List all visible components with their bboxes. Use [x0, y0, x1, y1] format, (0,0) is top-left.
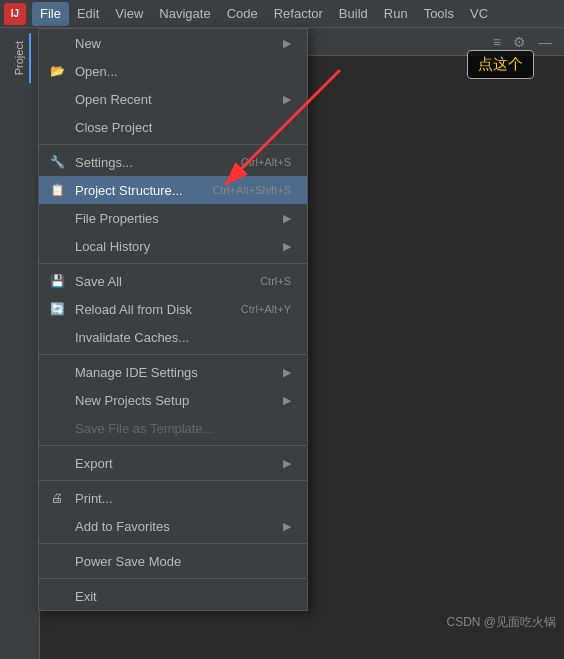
add-favorites-arrow: ▶	[283, 520, 291, 533]
settings-label: Settings...	[75, 155, 221, 170]
project-tool-menu-icon[interactable]: ≡	[489, 32, 505, 52]
menu-item-exit[interactable]: Exit	[39, 582, 307, 610]
menu-view[interactable]: View	[107, 2, 151, 26]
separator-4	[39, 445, 307, 446]
menu-item-settings[interactable]: 🔧 Settings... Ctrl+Alt+S	[39, 148, 307, 176]
add-favorites-label: Add to Favorites	[75, 519, 283, 534]
menu-item-close-project[interactable]: Close Project	[39, 113, 307, 141]
local-history-arrow: ▶	[283, 240, 291, 253]
manage-ide-label: Manage IDE Settings	[75, 365, 283, 380]
export-label: Export	[75, 456, 283, 471]
manage-ide-arrow: ▶	[283, 366, 291, 379]
menu-edit[interactable]: Edit	[69, 2, 107, 26]
file-properties-label: File Properties	[75, 211, 283, 226]
new-arrow: ▶	[283, 37, 291, 50]
menu-item-print[interactable]: 🖨 Print...	[39, 484, 307, 512]
save-all-shortcut: Ctrl+S	[260, 275, 291, 287]
reload-all-icon: 🔄	[47, 302, 67, 316]
open-recent-label: Open Recent	[75, 92, 283, 107]
menu-item-reload-all[interactable]: 🔄 Reload All from Disk Ctrl+Alt+Y	[39, 295, 307, 323]
settings-shortcut: Ctrl+Alt+S	[241, 156, 291, 168]
menu-item-new[interactable]: New ▶	[39, 29, 307, 57]
close-project-label: Close Project	[75, 120, 291, 135]
file-properties-arrow: ▶	[283, 212, 291, 225]
menu-item-manage-ide[interactable]: Manage IDE Settings ▶	[39, 358, 307, 386]
menu-tools[interactable]: Tools	[416, 2, 462, 26]
print-label: Print...	[75, 491, 291, 506]
menu-bar: IJ File Edit View Navigate Code Refactor…	[0, 0, 564, 28]
separator-6	[39, 543, 307, 544]
open-label: Open...	[75, 64, 291, 79]
watermark: CSDN @见面吃火锅	[446, 614, 556, 631]
menu-item-open-recent[interactable]: Open Recent ▶	[39, 85, 307, 113]
menu-item-new-projects[interactable]: New Projects Setup ▶	[39, 386, 307, 414]
power-save-label: Power Save Mode	[75, 554, 291, 569]
menu-item-invalidate-caches[interactable]: Invalidate Caches...	[39, 323, 307, 351]
project-structure-shortcut: Ctrl+Alt+Shift+S	[212, 184, 291, 196]
sidebar: Project	[0, 28, 40, 659]
menu-item-export[interactable]: Export ▶	[39, 449, 307, 477]
sidebar-tab-project[interactable]: Project	[9, 33, 31, 83]
new-label: New	[75, 36, 283, 51]
menu-item-local-history[interactable]: Local History ▶	[39, 232, 307, 260]
menu-build[interactable]: Build	[331, 2, 376, 26]
project-tool-settings-icon[interactable]: ⚙	[509, 32, 530, 52]
new-projects-label: New Projects Setup	[75, 393, 283, 408]
menu-vc[interactable]: VC	[462, 2, 496, 26]
invalidate-caches-label: Invalidate Caches...	[75, 330, 291, 345]
menu-navigate[interactable]: Navigate	[151, 2, 218, 26]
separator-2	[39, 263, 307, 264]
open-recent-arrow: ▶	[283, 93, 291, 106]
save-template-label: Save File as Template...	[75, 421, 291, 436]
project-structure-icon: 📋	[47, 183, 67, 197]
separator-5	[39, 480, 307, 481]
menu-item-file-properties[interactable]: File Properties ▶	[39, 204, 307, 232]
new-projects-arrow: ▶	[283, 394, 291, 407]
menu-refactor[interactable]: Refactor	[266, 2, 331, 26]
separator-7	[39, 578, 307, 579]
separator-3	[39, 354, 307, 355]
project-tools: ≡ ⚙ —	[489, 32, 556, 52]
menu-code[interactable]: Code	[219, 2, 266, 26]
save-all-label: Save All	[75, 274, 240, 289]
print-icon: 🖨	[47, 491, 67, 505]
menu-item-open[interactable]: 📂 Open...	[39, 57, 307, 85]
menu-run[interactable]: Run	[376, 2, 416, 26]
reload-all-label: Reload All from Disk	[75, 302, 221, 317]
project-structure-label: Project Structure...	[75, 183, 192, 198]
settings-icon: 🔧	[47, 155, 67, 169]
reload-all-shortcut: Ctrl+Alt+Y	[241, 303, 291, 315]
save-all-icon: 💾	[47, 274, 67, 288]
export-arrow: ▶	[283, 457, 291, 470]
menu-file[interactable]: File	[32, 2, 69, 26]
app-logo: IJ	[4, 3, 26, 25]
menu-item-add-favorites[interactable]: Add to Favorites ▶	[39, 512, 307, 540]
menu-item-save-all[interactable]: 💾 Save All Ctrl+S	[39, 267, 307, 295]
exit-label: Exit	[75, 589, 291, 604]
project-tool-minimize-icon[interactable]: —	[534, 32, 556, 52]
separator-1	[39, 144, 307, 145]
menu-item-power-save[interactable]: Power Save Mode	[39, 547, 307, 575]
local-history-label: Local History	[75, 239, 283, 254]
open-icon: 📂	[47, 64, 67, 78]
menu-item-project-structure[interactable]: 📋 Project Structure... Ctrl+Alt+Shift+S	[39, 176, 307, 204]
menu-item-save-template: Save File as Template...	[39, 414, 307, 442]
file-dropdown-menu: New ▶ 📂 Open... Open Recent ▶ Close Proj…	[38, 28, 308, 611]
